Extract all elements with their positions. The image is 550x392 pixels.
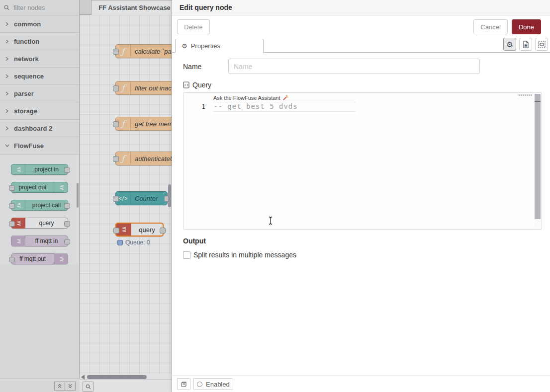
text-cursor	[268, 216, 273, 225]
palette-category-sequence[interactable]: sequence	[0, 68, 79, 85]
category-label: network	[14, 55, 39, 63]
flow-node-calculate[interactable]: ƒ calculate `pa	[115, 44, 172, 58]
editor-divider	[213, 111, 356, 112]
palette-category-dashboard2[interactable]: dashboard 2	[0, 120, 79, 137]
magic-wand-icon	[282, 95, 288, 101]
palette-node-ff-mqtt-in[interactable]: ff mqtt in	[11, 235, 68, 246]
category-label: FlowFuse	[14, 142, 44, 150]
query-code-editor[interactable]: Ask the FlowFuse Assistant 1 -- get best…	[183, 92, 542, 230]
category-label: sequence	[14, 73, 44, 80]
name-input[interactable]	[228, 59, 480, 74]
assistant-hint[interactable]: Ask the FlowFuse Assistant	[213, 95, 288, 101]
node-output-port[interactable]	[64, 167, 70, 173]
category-label: parser	[14, 90, 34, 97]
chevron-right-icon	[5, 74, 9, 78]
node-input-port[interactable]	[113, 85, 119, 91]
cancel-button[interactable]: Cancel	[473, 19, 507, 34]
code-line: -- get best 5 dvds	[213, 102, 298, 110]
node-label: project in	[25, 166, 68, 173]
gear-icon: ⚙	[182, 43, 187, 49]
node-input-port[interactable]	[113, 228, 119, 234]
flowfuse-icon	[54, 182, 68, 193]
tab-properties[interactable]: ⚙ Properties	[175, 39, 264, 53]
chevron-right-icon	[5, 109, 9, 113]
palette-category-flowfuse[interactable]: FlowFuse	[0, 137, 79, 155]
document-icon	[523, 41, 529, 48]
palette-node-query[interactable]: query	[11, 218, 68, 229]
node-output-port[interactable]	[64, 221, 70, 227]
node-label: ff mqtt in	[25, 237, 68, 244]
flow-node-filter[interactable]: ƒ filter out inac	[115, 81, 172, 95]
palette-category-network[interactable]: network	[0, 50, 79, 68]
flow-node-query-selected[interactable]: query	[115, 223, 164, 236]
node-input-port[interactable]	[9, 257, 15, 262]
flowfuse-icon	[54, 253, 68, 264]
status-dot-blue	[117, 240, 123, 245]
editor-scroll-thumb[interactable]	[535, 94, 541, 219]
workspace: FF Assistant Showcase ƒ calculate `pa ƒ …	[80, 0, 172, 392]
line-number: 1	[183, 103, 205, 110]
node-output-port[interactable]	[64, 203, 70, 209]
chevron-right-icon	[5, 126, 9, 131]
chevron-right-icon	[5, 22, 9, 26]
done-button[interactable]: Done	[512, 19, 541, 34]
split-results-label: Split results in multiple messages	[193, 251, 296, 259]
query-field-label: Query	[183, 81, 542, 89]
flow-node-authenticate[interactable]: ƒ authenticateU	[115, 152, 172, 165]
node-help-button[interactable]	[177, 378, 190, 390]
palette-node-project-out[interactable]: project out	[11, 182, 68, 193]
palette-flowfuse-list: project in project out project call	[0, 155, 79, 264]
palette-category-parser[interactable]: parser	[0, 85, 79, 102]
node-output-port[interactable]	[64, 239, 70, 244]
properties-icon-button[interactable]: ⚙	[503, 38, 516, 51]
gear-icon: ⚙	[506, 41, 513, 48]
chevron-right-icon	[5, 39, 9, 44]
editor-scrollbar[interactable]	[534, 93, 541, 229]
node-input-port[interactable]	[113, 49, 119, 55]
collapse-all-button[interactable]	[54, 382, 65, 391]
node-input-port[interactable]	[113, 121, 119, 127]
palette-filter-input[interactable]	[12, 3, 69, 12]
tray-title-text: Edit query node	[180, 3, 232, 11]
delete-button[interactable]: Delete	[177, 19, 210, 34]
palette-scrollbar[interactable]	[77, 183, 79, 208]
node-label: Counter	[131, 195, 158, 202]
palette-category-common[interactable]: common	[0, 15, 79, 33]
edit-node-tray: Edit query node Delete Cancel Done ⚙ Pro…	[172, 0, 550, 392]
node-input-port[interactable]	[9, 203, 15, 209]
flow-node-counter[interactable]: </> Counter	[115, 191, 168, 205]
node-input-port[interactable]	[113, 156, 119, 162]
node-label: project call	[25, 202, 68, 209]
category-label: common	[14, 20, 41, 28]
palette-category-storage[interactable]: storage	[0, 102, 79, 120]
flow-canvas[interactable]: ƒ calculate `pa ƒ filter out inac ƒ get …	[80, 15, 172, 374]
tray-footer: Enabled	[172, 376, 550, 392]
horizontal-scroll-thumb[interactable]	[87, 375, 147, 379]
flow-node-get-free-mem[interactable]: ƒ get free mem	[115, 117, 172, 131]
palette-node-project-in[interactable]: project in	[11, 164, 68, 175]
category-label: storage	[14, 107, 37, 115]
node-label: query	[131, 226, 163, 234]
node-input-port[interactable]	[113, 196, 119, 202]
node-status: Queue: 0	[117, 239, 150, 246]
description-icon-button[interactable]	[519, 38, 532, 51]
expand-all-button[interactable]	[65, 382, 76, 391]
node-output-port[interactable]	[160, 228, 166, 234]
palette-footer	[0, 379, 80, 392]
canvas-vertical-scrollbar[interactable]	[168, 184, 171, 207]
node-input-port[interactable]	[9, 185, 15, 191]
category-label: dashboard 2	[14, 125, 52, 132]
search-flows-button[interactable]	[83, 382, 93, 392]
scroll-left-arrow-icon[interactable]	[81, 375, 85, 380]
enabled-toggle-button[interactable]: Enabled	[193, 378, 233, 390]
node-input-port[interactable]	[9, 221, 15, 227]
palette-category-function[interactable]: function	[0, 33, 79, 50]
enabled-label: Enabled	[206, 381, 230, 388]
palette-node-project-call[interactable]: project call	[11, 200, 68, 211]
flow-tab-ff-assistant-showcase[interactable]: FF Assistant Showcase	[91, 0, 172, 15]
tray-toolbar: Delete Cancel Done	[172, 15, 550, 38]
split-results-checkbox[interactable]	[183, 251, 190, 259]
appearance-icon-button[interactable]	[535, 38, 548, 51]
palette-node-ff-mqtt-out[interactable]: ff mqtt out	[11, 253, 68, 264]
chevron-down-icon	[5, 144, 9, 148]
